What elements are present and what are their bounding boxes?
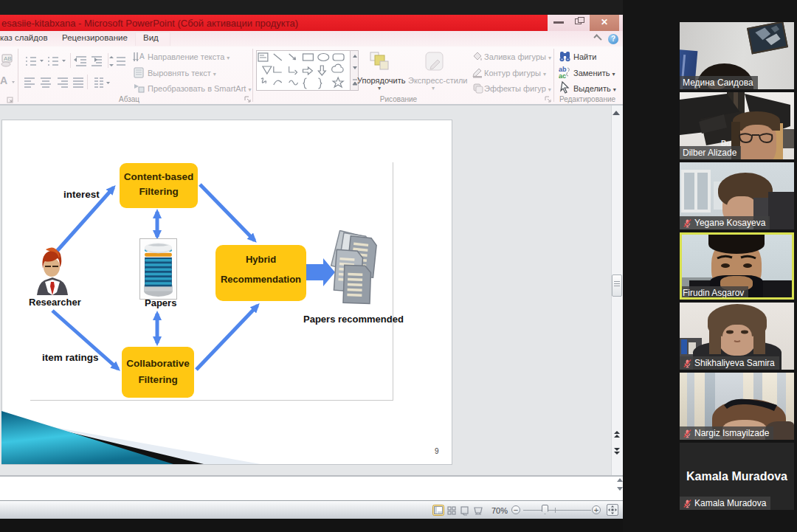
svg-text:А: А	[139, 52, 145, 61]
svg-text:АВ: АВ	[4, 55, 12, 62]
svg-text:ас: ас	[559, 72, 566, 79]
svg-text:А: А	[0, 75, 7, 86]
